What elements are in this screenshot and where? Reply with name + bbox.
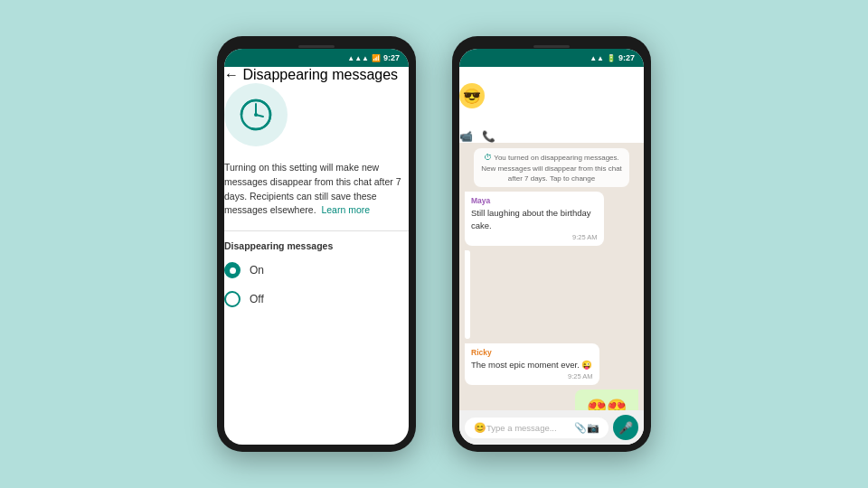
attach-icon[interactable]: 📎 (574, 422, 587, 434)
call-icon[interactable]: 📞 (482, 130, 495, 143)
divider (224, 230, 409, 231)
chat-group-name: Hey Friends (459, 108, 644, 121)
system-message-text: You turned on disappearing messages. New… (481, 154, 622, 183)
description-text: Turning on this setting will make new me… (224, 161, 409, 218)
timer-circle (224, 83, 288, 146)
signal-icon-chat: ▲▲ (590, 54, 604, 62)
status-bar-right: ▲▲▲ 📶 9:27 (347, 53, 400, 62)
radio-off-label: Off (250, 293, 264, 305)
radio-on-label: On (250, 264, 264, 277)
mic-button[interactable]: 🎤 (613, 415, 638, 440)
message-maya-time: 9:25 AM (471, 233, 598, 241)
phone-screen-settings: ▲▲▲ 📶 9:27 ← Disappearing messages (224, 49, 409, 445)
system-timer-icon: ⏱ (484, 153, 492, 162)
chat-header: ← 😎 Hey Friends Ricky, Dennis, Maya ... … (459, 67, 644, 143)
chat-members: Ricky, Dennis, Maya ... (459, 121, 644, 130)
message-maya-text: Still laughing about the birthday cake. (471, 207, 598, 231)
timer-icon (238, 97, 274, 133)
phone-chat: ▲▲ 🔋 9:27 ← 😎 Hey Friends Ricky, Dennis,… (452, 36, 651, 452)
system-message[interactable]: ⏱ You turned on disappearing messages. N… (474, 148, 629, 187)
status-bar-right-chat: ▲▲ 🔋 9:27 (590, 53, 635, 62)
more-options-icon[interactable]: ⋮ (505, 130, 515, 143)
emoji-input-icon[interactable]: 😊 (474, 422, 486, 434)
status-time-chat: 9:27 (618, 53, 635, 62)
back-arrow-chat[interactable]: ← (459, 68, 472, 82)
svg-point-4 (254, 113, 258, 117)
signal-icon: ▲▲▲ (347, 54, 369, 62)
radio-off-indicator[interactable] (224, 291, 241, 307)
radio-on-indicator[interactable] (224, 262, 241, 278)
phone-screen-chat: ▲▲ 🔋 9:27 ← 😎 Hey Friends Ricky, Dennis,… (459, 49, 644, 445)
camera-icon[interactable]: 📷 (587, 422, 599, 434)
wifi-icon: 📶 (372, 54, 381, 62)
chat-input-bar: 😊 Type a message... 📎 📷 🎤 (459, 410, 644, 445)
back-arrow-settings[interactable]: ← (224, 67, 239, 82)
message-ricky: Ricky The most epic moment ever. 😜 9:25 … (465, 343, 599, 385)
settings-header: ← Disappearing messages (224, 67, 409, 83)
image-bubble[interactable]: 9:25 AM (465, 250, 470, 339)
status-bar-settings: ▲▲▲ 📶 9:27 (224, 49, 409, 67)
message-maya: Maya Still laughing about the birthday c… (465, 192, 604, 246)
chat-input-field[interactable]: 😊 Type a message... 📎 📷 (465, 418, 609, 438)
phone-settings: ▲▲▲ 📶 9:27 ← Disappearing messages (217, 36, 416, 452)
mic-icon: 🎤 (618, 421, 633, 435)
chat-body: ⏱ You turned on disappearing messages. N… (459, 143, 644, 410)
radio-off[interactable]: Off (224, 291, 409, 307)
message-ricky-text: The most epic moment ever. 😜 (471, 359, 593, 371)
chat-header-icons: 📹 📞 ⋮ (459, 130, 644, 143)
message-ricky-time: 9:25 AM (471, 372, 593, 380)
video-call-icon[interactable]: 📹 (459, 130, 473, 143)
settings-title: Disappearing messages (242, 67, 398, 82)
radio-on-inner (230, 267, 236, 274)
status-bar-chat: ▲▲ 🔋 9:27 (459, 49, 644, 67)
message-sent-emoji: 😍😍 9:26 PM ✓✓ (575, 389, 638, 410)
sent-emoji: 😍😍 (581, 394, 632, 410)
phones-container: ▲▲▲ 📶 9:27 ← Disappearing messages (217, 36, 651, 452)
group-avatar: 😎 (459, 83, 485, 108)
sender-maya: Maya (471, 196, 598, 205)
sender-ricky: Ricky (471, 348, 593, 357)
section-title: Disappearing messages (224, 240, 409, 251)
chat-header-info: Hey Friends Ricky, Dennis, Maya ... (459, 108, 644, 130)
chat-input-placeholder[interactable]: Type a message... (486, 423, 574, 433)
status-time-settings: 9:27 (383, 53, 400, 62)
battery-icon-chat: 🔋 (607, 54, 616, 62)
settings-content: Turning on this setting will make new me… (224, 83, 409, 307)
learn-more-link[interactable]: Learn more (321, 204, 370, 215)
radio-on[interactable]: On (224, 262, 409, 278)
radio-group: On Off (224, 262, 409, 307)
